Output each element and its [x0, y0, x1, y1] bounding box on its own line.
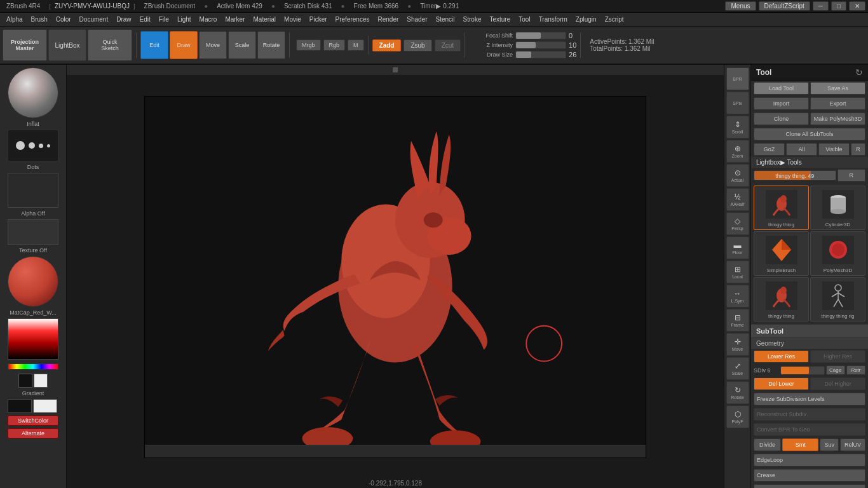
divide-button[interactable]: Divide [754, 438, 781, 451]
move-view-button[interactable]: ✛ Move [726, 333, 749, 356]
shadowbox-button[interactable]: ShadowBox [754, 484, 865, 488]
higher-res-button[interactable]: Higher Res [810, 350, 865, 363]
thingy-thing-slider[interactable]: thingy thing. 49 [754, 170, 836, 180]
menu-tool[interactable]: Tool [515, 15, 534, 24]
menu-zplugin[interactable]: Zplugin [572, 15, 600, 24]
draw-size-slider[interactable] [515, 51, 566, 58]
alternate-button[interactable]: Alternate [8, 428, 58, 438]
draw-button[interactable]: Draw [170, 31, 198, 59]
all-button[interactable]: All [786, 143, 817, 156]
suv-button[interactable]: Suv [820, 438, 839, 451]
scale-button[interactable]: Scale [228, 31, 256, 59]
make-polymesh-button[interactable]: Make PolyMesh3D [810, 112, 865, 125]
r-button[interactable]: R [851, 143, 865, 156]
menu-picker[interactable]: Picker [306, 15, 331, 24]
close-btn[interactable]: ✕ [849, 1, 865, 11]
scale-view-button[interactable]: ⤢ Scale [726, 357, 749, 380]
menu-color[interactable]: Color [52, 15, 75, 24]
menu-zscript[interactable]: Zscript [601, 15, 628, 24]
menu-marker[interactable]: Marker [221, 15, 248, 24]
min-btn[interactable]: ─ [813, 1, 829, 11]
freeze-subdiv-button[interactable]: Freeze SubDivision Levels [754, 393, 865, 405]
mrgb-button[interactable]: Mrgb [296, 39, 321, 51]
refresh-icon[interactable]: ↻ [855, 67, 863, 78]
bpr-button[interactable]: BPR [726, 67, 749, 90]
menu-document[interactable]: Document [76, 15, 112, 24]
tool-thumb-thingy2[interactable]: thingy thing [754, 277, 809, 322]
menu-material[interactable]: Material [250, 15, 280, 24]
export-button[interactable]: Export [810, 97, 865, 110]
menus-btn[interactable]: Menus [725, 1, 756, 11]
menu-transform[interactable]: Transform [535, 15, 571, 24]
switch-color-button[interactable]: SwitchColor [8, 416, 58, 426]
projection-master-button[interactable]: Projection Master [3, 29, 47, 61]
menu-movie[interactable]: Movie [280, 15, 305, 24]
frame-button[interactable]: ⊟ Frame [726, 309, 749, 332]
default-script-btn[interactable]: DefaultZScript [759, 1, 810, 11]
zcut-button[interactable]: Zcut [435, 39, 461, 51]
crease-button[interactable]: Crease [754, 469, 865, 482]
tool-thumb-simplebrush[interactable]: SimpleBrush [754, 231, 809, 276]
menu-shader[interactable]: Shader [403, 15, 431, 24]
lightbox-tools-header[interactable]: Lightbox▶ Tools [751, 157, 868, 168]
rotate-view-button[interactable]: ↻ Rotate [726, 381, 749, 404]
spix-button[interactable]: SPix [726, 92, 749, 114]
menu-preferences[interactable]: Preferences [332, 15, 374, 24]
edgeloop-button[interactable]: EdgeLoop [754, 454, 865, 466]
cage-button[interactable]: Cage [826, 365, 845, 375]
rotate-button[interactable]: Rotate [257, 31, 285, 59]
floor-button[interactable]: ▬ Floor [726, 236, 749, 259]
tool-thumb-thingy-rig[interactable]: thingy thing rig [810, 277, 865, 322]
zadd-button[interactable]: Zadd [372, 39, 402, 51]
goz-button[interactable]: GoZ [754, 143, 785, 156]
menu-file[interactable]: File [155, 15, 173, 24]
rgb-button[interactable]: Rgb [323, 39, 346, 51]
color-picker[interactable] [8, 318, 58, 360]
actual-button[interactable]: ⊙ Actual [726, 164, 749, 187]
tool-thumb-cylinder[interactable]: Cylinder3D [810, 186, 865, 230]
white-swatch[interactable] [34, 374, 48, 388]
visible-button[interactable]: Visible [818, 143, 850, 156]
clone-all-button[interactable]: Clone All SubTools [754, 128, 865, 140]
del-higher-button[interactable]: Del Higher [810, 377, 865, 390]
edit-button[interactable]: Edit [140, 31, 168, 59]
texture-swatch[interactable] [8, 219, 58, 245]
persp-button[interactable]: ◇ Persp [726, 212, 749, 235]
smt-button[interactable]: Smt [782, 438, 818, 451]
scroll-button[interactable]: ⇕ Scroll [726, 116, 749, 139]
menu-render[interactable]: Render [374, 15, 402, 24]
reluv-button[interactable]: RelUV [840, 438, 865, 451]
hue-slider[interactable] [8, 363, 58, 370]
menu-stencil[interactable]: Stencil [432, 15, 459, 24]
tool-thumb-thingy[interactable]: thingy thing [754, 186, 809, 230]
reconstruct-subdiv-button[interactable]: Reconstruct Subdiv [754, 408, 865, 421]
save-as-button[interactable]: Save As [810, 82, 865, 95]
del-lower-button[interactable]: Del Lower [754, 377, 809, 390]
sdiv-slider[interactable] [780, 366, 825, 375]
convert-bpr-button[interactable]: Convert BPR To Geo [754, 423, 865, 436]
local-button[interactable]: ⊞ Local [726, 261, 749, 283]
menu-brush[interactable]: Brush [27, 15, 51, 24]
menu-stroke[interactable]: Stroke [459, 15, 485, 24]
menu-light[interactable]: Light [173, 15, 195, 24]
quick-sketch-button[interactable]: Quick Sketch [88, 29, 132, 61]
move-button[interactable]: Move [199, 31, 227, 59]
menu-draw[interactable]: Draw [112, 15, 135, 24]
max-btn[interactable]: □ [831, 1, 846, 11]
tool-thumb-polymesh[interactable]: PolyMesh3D [810, 231, 865, 276]
menu-macro[interactable]: Macro [196, 15, 221, 24]
canvas-viewport[interactable] [144, 96, 646, 458]
geometry-header[interactable]: Geometry [751, 338, 868, 349]
import-button[interactable]: Import [754, 97, 809, 110]
menu-alpha[interactable]: Alpha [3, 15, 27, 24]
gradient-white[interactable] [33, 399, 57, 413]
z-intensity-slider[interactable] [515, 41, 566, 49]
polyf-button[interactable]: ⬡ PolyF [726, 405, 749, 428]
center-canvas[interactable]: -0.292,1.795,0.128 [67, 65, 724, 488]
zsub-button[interactable]: Zsub [403, 39, 431, 51]
menu-texture[interactable]: Texture [485, 15, 514, 24]
load-tool-button[interactable]: Load Tool [754, 82, 809, 95]
clone-button[interactable]: Clone [754, 112, 809, 125]
rstr-button[interactable]: Rstr [846, 365, 865, 375]
matcap-preview[interactable] [8, 256, 58, 307]
